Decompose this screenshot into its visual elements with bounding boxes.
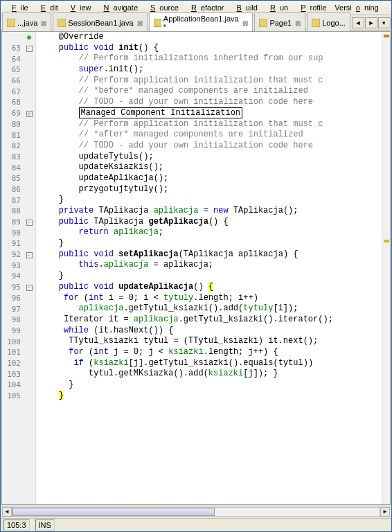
tab-scroll-left[interactable]: ◄ — [352, 17, 364, 28]
menu-versioning[interactable]: Versioning — [330, 2, 382, 13]
code-editor[interactable]: ●63-646566676869+80818283848586878889-90… — [1, 31, 391, 505]
code-line[interactable]: // *before* managed components are initi… — [39, 86, 382, 97]
line-number: 85 — [2, 174, 23, 183]
line-number: 89 — [2, 218, 23, 227]
line-number: 105 — [2, 391, 23, 400]
close-icon[interactable]: ⊠ — [137, 19, 143, 27]
editor-tabbar: ...java⊠SessionBean1.java⊠ApplicationBea… — [1, 15, 391, 30]
code-line[interactable]: updateKsiazkis(); — [39, 162, 382, 173]
fold-collapse-icon[interactable]: - — [26, 46, 33, 52]
error-stripe[interactable] — [382, 32, 390, 504]
java-file-icon — [57, 19, 66, 27]
editor-tab[interactable]: Page1⊠ — [254, 12, 305, 33]
warn-mark[interactable] — [384, 240, 389, 242]
code-line[interactable]: } — [39, 391, 382, 402]
line-number: 82 — [2, 141, 23, 150]
line-number: 81 — [2, 131, 23, 140]
close-icon[interactable]: ⊠ — [295, 19, 301, 27]
code-line[interactable]: for (int j = 0; j < ksiazki.length; j++)… — [39, 347, 382, 358]
code-line[interactable]: // TODO - add your own initialization co… — [39, 97, 382, 108]
code-line[interactable]: Iterator it = aplikacja.getTytul_ksiazki… — [39, 314, 382, 326]
code-line[interactable]: private TAplikacja aplikacja = new TApli… — [39, 206, 382, 217]
svg-rect-1 — [57, 19, 66, 27]
close-icon[interactable]: ⊠ — [242, 19, 248, 27]
menu-run[interactable]: Run — [262, 2, 292, 13]
warn-mark[interactable] — [384, 35, 389, 37]
menu-edit[interactable]: Edit — [33, 2, 62, 13]
code-line[interactable]: // Perform application initialization th… — [39, 76, 382, 87]
line-number: 102 — [2, 359, 23, 368]
line-number: 104 — [2, 380, 23, 389]
scroll-right-button[interactable]: ► — [380, 507, 390, 517]
code-line[interactable]: updateAplikacja(); — [39, 173, 382, 184]
menu-view[interactable]: View — [62, 2, 96, 13]
tab-dropdown[interactable]: ▾ — [378, 17, 391, 28]
scroll-track[interactable] — [12, 507, 380, 517]
code-area[interactable]: @Override public void init() { // Perfor… — [36, 32, 382, 504]
code-line[interactable]: // Perform application initialization th… — [39, 119, 382, 130]
code-line[interactable]: } — [39, 271, 382, 282]
code-line[interactable]: } — [39, 238, 382, 249]
menu-source[interactable]: Source — [142, 2, 183, 13]
svg-rect-0 — [7, 19, 15, 27]
scroll-thumb[interactable] — [12, 508, 215, 516]
scroll-left-button[interactable]: ◄ — [2, 507, 12, 517]
code-line[interactable]: public void setAplikacja(TAplikacja apli… — [39, 249, 382, 260]
code-line[interactable]: updateTytuls(); — [39, 152, 382, 163]
code-line[interactable]: for (int i = 0; i < tytuly.length; i++) — [39, 293, 382, 304]
code-line[interactable]: TTytul_ksiazki tytul = (TTytul_ksiazki) … — [39, 336, 382, 347]
code-line[interactable]: // *after* managed components are initia… — [39, 130, 382, 141]
code-line[interactable]: // Perform initializations inherited fro… — [39, 53, 382, 64]
code-line[interactable]: @Override — [39, 32, 382, 43]
fold-collapse-icon[interactable]: - — [26, 285, 33, 291]
menu-file[interactable]: File — [3, 2, 33, 13]
code-line[interactable]: } — [39, 195, 382, 206]
code-line[interactable]: public void init() { — [39, 43, 382, 54]
line-number: 63 — [2, 44, 23, 53]
menu-build[interactable]: Build — [228, 2, 261, 13]
cursor-position: 105:3 — [3, 520, 30, 531]
code-line[interactable]: public TAplikacja getAplikacja() { — [39, 217, 382, 228]
menu-navigate[interactable]: Navigate — [96, 2, 142, 13]
code-line[interactable]: tytul.getMKsiazka().add(ksiazki[j]); } — [39, 369, 382, 380]
menu-profile[interactable]: Profile — [292, 2, 330, 13]
java-file-icon — [7, 19, 15, 27]
code-line[interactable]: } — [39, 380, 382, 391]
line-number: 83 — [2, 152, 23, 161]
line-number: 92 — [2, 250, 23, 259]
code-line[interactable]: // TODO - add your own initialization co… — [39, 141, 382, 152]
menu-refactor[interactable]: Refactor — [183, 2, 229, 13]
tab-scroll-right[interactable]: ► — [365, 17, 377, 28]
svg-rect-3 — [259, 19, 267, 27]
code-line[interactable]: super.init(); — [39, 64, 382, 76]
line-number: 87 — [2, 196, 23, 205]
code-line[interactable]: Managed Component Initialization — [39, 108, 382, 119]
code-line[interactable]: while (it.hasNext()) { — [39, 326, 382, 337]
line-number: 68 — [2, 98, 23, 107]
editor-tab[interactable]: Logo... — [307, 12, 350, 33]
fold-collapse-icon[interactable]: - — [26, 252, 33, 258]
code-line[interactable]: this.aplikacja = aplikacja; — [39, 260, 382, 271]
code-line[interactable]: public void updateAplikacja() { — [39, 282, 382, 293]
tab-label: SessionBean1.java — [68, 19, 133, 27]
line-number: 100 — [2, 337, 23, 346]
fold-collapse-icon[interactable]: - — [26, 220, 33, 226]
editor-tab[interactable]: ...java⊠ — [2, 12, 51, 33]
tab-label: ApplicationBean1.java * — [163, 15, 240, 31]
horizontal-scrollbar[interactable]: ◄ ► — [2, 506, 390, 517]
line-number: 96 — [2, 294, 23, 303]
fold-expand-icon[interactable]: + — [26, 111, 33, 117]
editor-tab[interactable]: SessionBean1.java⊠ — [53, 12, 147, 33]
code-line[interactable]: aplikacja.getTytul_ksiazki().add(tytuly[… — [39, 303, 382, 314]
code-line[interactable]: if (ksiazki[j].getTytul_ksiazki().equals… — [39, 358, 382, 369]
code-line[interactable]: przygotujtytuly(); — [39, 184, 382, 195]
tab-label: ...java — [17, 19, 37, 27]
tab-label: Logo... — [322, 19, 346, 27]
menu-tools[interactable]: Tools — [383, 2, 392, 13]
editor-tab[interactable]: ApplicationBean1.java *⊠ — [149, 12, 253, 33]
svg-rect-2 — [154, 19, 161, 26]
line-number: 95 — [2, 283, 23, 292]
close-icon[interactable]: ⊠ — [41, 19, 46, 27]
line-number: 99 — [2, 326, 23, 335]
code-line[interactable]: return aplikacja; — [39, 227, 382, 238]
